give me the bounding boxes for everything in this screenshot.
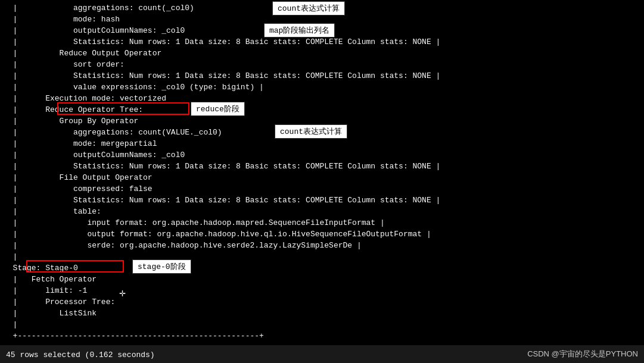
terminal-line: | outputColumnNames: _col0 — [0, 149, 644, 161]
terminal-line: | — [0, 319, 644, 330]
terminal-line: | value expressions: _col0 (type: bigint… — [0, 82, 644, 93]
terminal-line: | Statistics: Num rows: 1 Data size: 8 B… — [0, 161, 644, 172]
annotation-map-output: map阶段输出列名 — [264, 23, 335, 37]
annotation-count-expr-1: count表达式计算 — [272, 1, 345, 15]
terminal-line: | sort order: — [0, 59, 644, 70]
terminal-line: | File Output Operator — [0, 172, 644, 183]
annotation-stage0: stage-0阶段 — [132, 259, 191, 274]
terminal-line: | Reduce Output Operator — [0, 48, 644, 59]
highlight-stage0 — [26, 260, 124, 273]
annotation-reduce-stage: reduce阶段 — [191, 102, 245, 116]
terminal-line: | compressed: false — [0, 183, 644, 195]
terminal-window: | aggregations: count(_col0) | mode: has… — [0, 0, 644, 345]
terminal-line: | mode: mergepartial — [0, 138, 644, 149]
terminal-line: | limit: -1 — [0, 285, 644, 296]
annotation-count-expr-2: count表达式计算 — [275, 124, 347, 139]
terminal-line: +---------------------------------------… — [0, 330, 644, 342]
status-text: 45 rows selected (0.162 seconds) — [6, 351, 155, 359]
terminal-line: | Processor Tree: — [0, 296, 644, 308]
highlight-reduce-operator — [57, 102, 189, 115]
terminal-line: | input format: org.apache.hadoop.mapred… — [0, 217, 644, 229]
terminal-line: | Statistics: Num rows: 1 Data size: 8 B… — [0, 36, 644, 48]
cursor-icon: ✛ — [119, 286, 126, 299]
terminal-line: | Statistics: Num rows: 1 Data size: 8 B… — [0, 70, 644, 82]
terminal-line: | Fetch Operator — [0, 274, 644, 285]
terminal-line: | ListSink — [0, 308, 644, 319]
watermark: CSDN @宇宙的尽头是PYTHON — [527, 349, 638, 359]
terminal-line: | Statistics: Num rows: 1 Data size: 8 B… — [0, 195, 644, 206]
terminal-line: | output format: org.apache.hadoop.hive.… — [0, 229, 644, 240]
terminal-line: | serde: org.apache.hadoop.hive.serde2.l… — [0, 240, 644, 251]
status-bar: 45 rows selected (0.162 seconds) CSDN @宇… — [0, 346, 644, 363]
terminal-line: | table: — [0, 206, 644, 217]
